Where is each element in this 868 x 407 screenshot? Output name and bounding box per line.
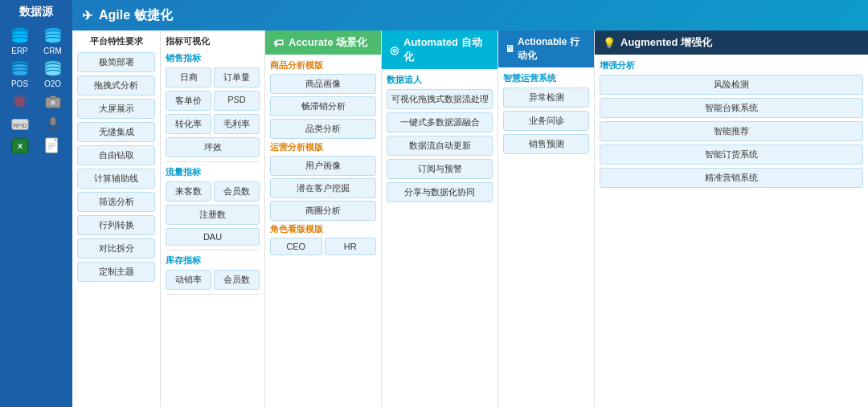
ds-o2o: O2O (41, 59, 65, 88)
augmented-item: 精准营销系统 (600, 168, 863, 188)
augmented-section-title: 增强分析 (600, 59, 863, 71)
ds-row-rfid-mic: RFID (3, 114, 69, 133)
platform-item: 大屏展示 (77, 99, 155, 119)
platform-item: 拖拽式分析 (77, 75, 155, 96)
ds-excel: X (8, 136, 32, 156)
accurate-item: 潜在客户挖掘 (270, 178, 376, 198)
ds-weibo: 微 (8, 92, 32, 111)
metrics-section-title: 流量指标 (166, 166, 260, 178)
crm-label: CRM (43, 47, 62, 55)
accurate-section-title: 角色看版模版 (270, 223, 376, 235)
automated-item: 一键式多数据源融合 (387, 112, 493, 132)
actionable-header: 🖥 Actionable 行动化 (498, 31, 594, 67)
metrics-grid: 客单价PSD (166, 91, 260, 111)
svg-text:RFID: RFID (13, 122, 27, 129)
agile-send-icon: ✈ (82, 8, 92, 23)
accurate-item: HR (325, 238, 377, 255)
automated-item: 订阅与预警 (387, 159, 493, 179)
metric-item-single: 注册数 (166, 205, 260, 225)
svg-point-27 (45, 71, 61, 76)
actionable-content: 智慧运营系统异常检测业务问诊销售预测 (498, 67, 594, 407)
o2o-label: O2O (44, 79, 61, 88)
accurate-item: 品类分析 (270, 119, 376, 139)
metrics-section-title: 库存指标 (166, 254, 260, 267)
metrics-grid: 日商订单量 (166, 67, 260, 88)
svg-text:X: X (17, 142, 23, 150)
accurate-item: 用户画像 (270, 156, 376, 176)
ds-camera (41, 92, 65, 111)
accurate-item: 畅滞销分析 (270, 96, 376, 116)
platform-items: 极简部署拖拽式分析大屏展示无缝集成自由钻取计算辅助线筛选分析行列转换对比拆分定制… (77, 52, 155, 282)
content-area: ✈ Agile 敏捷化 平台特性要求 极简部署拖拽式分析大屏展示无缝集成自由钻取… (72, 0, 868, 407)
metric-item: 会员数 (214, 270, 260, 290)
actionable-item: 异常检测 (503, 88, 589, 108)
actionable-item: 业务问诊 (503, 111, 589, 131)
ds-erp: ERP (8, 26, 32, 55)
platform-item: 无缝集成 (77, 122, 155, 142)
automated-item: 分享与数据化协同 (387, 182, 493, 202)
ds-crm: CRM (41, 26, 65, 55)
pos-icon (8, 59, 32, 78)
metric-item: PSD (214, 91, 260, 111)
accurate-icon: 🏷 (273, 37, 284, 49)
accurate-items-grid: CEOHR (270, 238, 376, 258)
metric-item: 动销率 (166, 270, 211, 290)
metric-item: 毛利率 (214, 114, 260, 134)
platform-column: 平台特性要求 极简部署拖拽式分析大屏展示无缝集成自由钻取计算辅助线筛选分析行列转… (72, 31, 161, 407)
metric-item: 来客数 (166, 181, 211, 201)
actionable-column: 🖥 Actionable 行动化 智慧运营系统异常检测业务问诊销售预测 (498, 31, 595, 407)
platform-item: 自由钻取 (77, 145, 155, 165)
automated-item: 数据流自动更新 (387, 136, 493, 156)
svg-point-6 (12, 38, 28, 43)
erp-icon (8, 26, 32, 45)
augmented-column: 💡 Augmented 增强化 增强分析风险检测智能台账系统智能推荐智能订货系统… (595, 31, 868, 407)
metrics-section-title: 销售指标 (166, 52, 260, 64)
datasource-sidebar: 数据源 ERP (0, 0, 72, 407)
ds-row-pos-o2o: POS O2O (3, 59, 69, 88)
ds-mic (41, 114, 65, 133)
crm-icon (41, 26, 65, 45)
metric-item-single: 坪效 (166, 137, 260, 157)
ds-row-erp-crm: ERP CRM (3, 26, 69, 55)
automated-header: ◎ Automated 自动化 (382, 31, 497, 69)
metric-item: 会员数 (214, 181, 260, 201)
accurate-section-title: 商品分析模版 (270, 59, 376, 71)
augmented-header: 💡 Augmented 增强化 (595, 31, 868, 55)
accurate-title: Accurate 场景化 (289, 35, 367, 50)
accurate-item: CEO (270, 238, 322, 255)
metrics-grid: 来客数会员数 (166, 181, 260, 201)
accurate-item: 商品画像 (270, 74, 376, 94)
agile-title: Agile 敏捷化 (99, 7, 173, 24)
svg-point-13 (45, 38, 61, 43)
metrics-grid: 动销率会员数 (166, 270, 260, 290)
augmented-item: 智能台账系统 (600, 98, 863, 118)
platform-item: 对比拆分 (77, 238, 155, 258)
automated-section-title: 数据追人 (387, 74, 493, 86)
augmented-item: 智能推荐 (600, 121, 863, 141)
metric-item: 客单价 (166, 91, 211, 111)
augmented-content: 增强分析风险检测智能台账系统智能推荐智能订货系统精准营销系统 (595, 55, 868, 407)
accurate-item: 商圈分析 (270, 201, 376, 221)
weibo-icon: 微 (8, 92, 32, 111)
o2o-icon (41, 59, 65, 78)
ds-row-social: 微 (3, 92, 69, 111)
accurate-content: 商品分析模版商品画像畅滞销分析品类分析运营分析模版用户画像潜在客户挖掘商圈分析角… (265, 55, 381, 407)
augmented-item: 智能订货系统 (600, 144, 863, 165)
augmented-item: 风险检测 (600, 75, 863, 95)
metric-item: 订单量 (214, 67, 260, 88)
actionable-title: Actionable 行动化 (518, 35, 588, 63)
excel-icon: X (8, 136, 32, 156)
accurate-column: 🏷 Accurate 场景化 商品分析模版商品画像畅滞销分析品类分析运营分析模版… (265, 31, 382, 407)
svg-text:微: 微 (14, 96, 25, 108)
erp-label: ERP (11, 47, 28, 55)
document-icon (41, 136, 65, 156)
accurate-section-title: 运营分析模版 (270, 141, 376, 153)
metric-item: 日商 (166, 67, 211, 88)
datasource-title: 数据源 (19, 5, 53, 19)
platform-item: 极简部署 (77, 52, 155, 72)
metric-item: 转化率 (166, 114, 211, 134)
actionable-item: 销售预测 (503, 134, 589, 154)
metrics-grid: 转化率毛利率 (166, 114, 260, 134)
augmented-title: Augmented 增强化 (620, 35, 712, 50)
svg-point-20 (12, 71, 28, 76)
